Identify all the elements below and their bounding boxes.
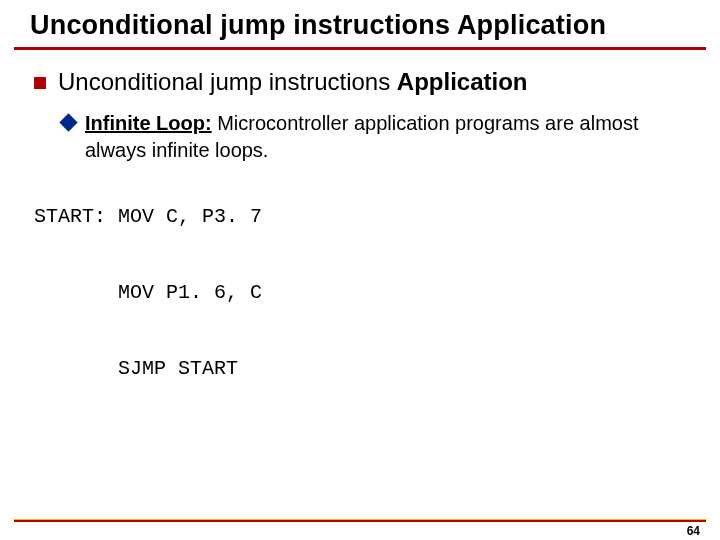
diamond-bullet-icon [59,113,77,131]
bullet-level2: Infinite Loop: Microcontroller applicati… [62,110,702,164]
content-area: Unconditional jump instructions Applicat… [0,50,720,388]
body-text: Infinite Loop: Microcontroller applicati… [85,110,645,164]
square-bullet-icon [34,77,46,89]
page-number: 64 [687,524,700,538]
footer [14,519,706,522]
bullet-level1: Unconditional jump instructions Applicat… [34,68,702,96]
slide-title: Unconditional jump instructions Applicat… [0,0,720,47]
heading-level1: Unconditional jump instructions Applicat… [58,68,528,96]
body-lead: Infinite Loop: [85,112,212,134]
heading-plain: Unconditional jump instructions [58,68,397,95]
heading-bold: Application [397,68,528,95]
footer-divider [14,519,706,522]
code-block: START: MOV C, P3. 7 MOV P1. 6, C SJMP ST… [34,198,702,388]
